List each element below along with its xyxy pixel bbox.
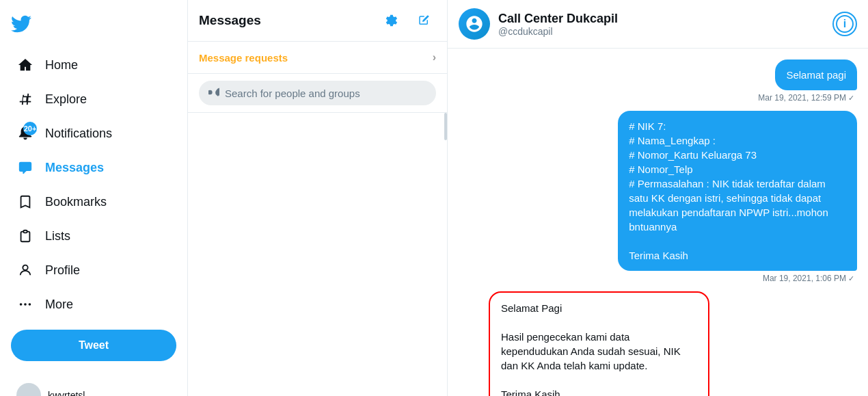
explore-label: Explore [45, 92, 87, 107]
notifications-label: Notifications [45, 127, 112, 141]
lists-label: Lists [45, 229, 70, 243]
messages-list [188, 113, 447, 396]
notifications-badge: 20+ [23, 122, 37, 135]
bookmarks-icon [16, 193, 34, 211]
compose-button[interactable] [411, 8, 436, 33]
messages-header: Messages [188, 0, 447, 42]
sidebar-item-notifications[interactable]: Notifications 20+ [5, 118, 182, 149]
message-row: # NIK 7: # Nama_Lengkap : # Nomor_Kartu … [459, 111, 857, 283]
compose-icon [418, 14, 430, 27]
twitter-bird-icon [11, 14, 31, 34]
sidebar-item-home[interactable]: Home [5, 49, 182, 81]
home-icon [16, 56, 34, 74]
sidebar-item-profile[interactable]: Profile [5, 254, 182, 286]
chat-messages: Selamat pagi Mar 19, 2021, 12:59 PM✓ # N… [448, 49, 868, 396]
messages-header-actions [379, 8, 436, 33]
message-bubble: Selamat pagi [775, 60, 857, 90]
message-time: Mar 19, 2021, 1:06 PM✓ [760, 274, 857, 283]
sidebar-item-bookmarks[interactable]: Bookmarks [5, 186, 182, 217]
sidebar-item-account[interactable]: kwyrtetsl [5, 376, 182, 396]
search-input[interactable] [225, 88, 426, 99]
profile-label: Profile [45, 263, 80, 278]
info-button[interactable]: i [832, 12, 857, 36]
chevron-right-icon: › [433, 51, 436, 64]
settings-button[interactable] [379, 8, 403, 33]
home-label: Home [45, 58, 78, 72]
info-icon: i [836, 15, 854, 33]
chat-header-info: Call Center Dukcapil @ccdukcapil [498, 12, 824, 37]
more-label: More [45, 298, 73, 312]
search-box [199, 81, 436, 105]
search-icon [208, 86, 219, 100]
gear-icon [385, 14, 397, 27]
sidebar-item-lists[interactable]: Lists [5, 220, 182, 252]
received-message-row: Selamat Pagi Hasil pengecekan kami data … [459, 291, 857, 396]
contact-name: Call Center Dukcapil [498, 12, 824, 26]
chat-panel: Call Center Dukcapil @ccdukcapil i Selam… [448, 0, 868, 396]
messages-icon [16, 159, 34, 176]
svg-point-1 [20, 303, 23, 306]
twitter-logo [0, 5, 187, 45]
sidebar-item-messages[interactable]: Messages [5, 152, 182, 183]
received-content: Selamat Pagi Hasil pengecekan kami data … [489, 291, 857, 396]
account-name: kwyrtetsl [48, 390, 85, 396]
message-requests-label: Message requests [199, 52, 288, 64]
chat-header: Call Center Dukcapil @ccdukcapil i [448, 0, 868, 49]
sidebar-item-explore[interactable]: Explore [5, 83, 182, 115]
message-time: Mar 19, 2021, 12:59 PM✓ [755, 93, 857, 103]
checkmark-icon: ✓ [848, 274, 854, 282]
more-icon [16, 295, 34, 313]
svg-point-0 [23, 265, 27, 270]
contact-handle: @ccdukcapil [498, 26, 824, 37]
messages-panel-title: Messages [199, 13, 261, 28]
received-message-bubble: Selamat Pagi Hasil pengecekan kami data … [489, 291, 709, 396]
svg-point-2 [24, 303, 27, 306]
scrollbar[interactable] [444, 113, 447, 140]
message-bubble: # NIK 7: # Nama_Lengkap : # Nomor_Kartu … [618, 111, 857, 271]
messages-panel: Messages Message requests › [188, 0, 448, 396]
explore-icon [16, 90, 34, 108]
search-container [188, 74, 447, 113]
message-row: Selamat pagi Mar 19, 2021, 12:59 PM✓ [459, 60, 857, 103]
sidebar-item-more[interactable]: More [5, 289, 182, 320]
checkmark-icon: ✓ [848, 94, 854, 102]
sidebar: Home Explore Notifications 20+ Messages … [0, 0, 188, 396]
lists-icon [16, 227, 34, 245]
bookmarks-label: Bookmarks [45, 195, 107, 209]
contact-avatar [459, 8, 490, 40]
svg-point-3 [29, 303, 31, 306]
message-requests[interactable]: Message requests › [188, 42, 447, 74]
tweet-button[interactable]: Tweet [11, 330, 176, 361]
messages-label: Messages [45, 161, 104, 175]
profile-icon [16, 261, 34, 279]
